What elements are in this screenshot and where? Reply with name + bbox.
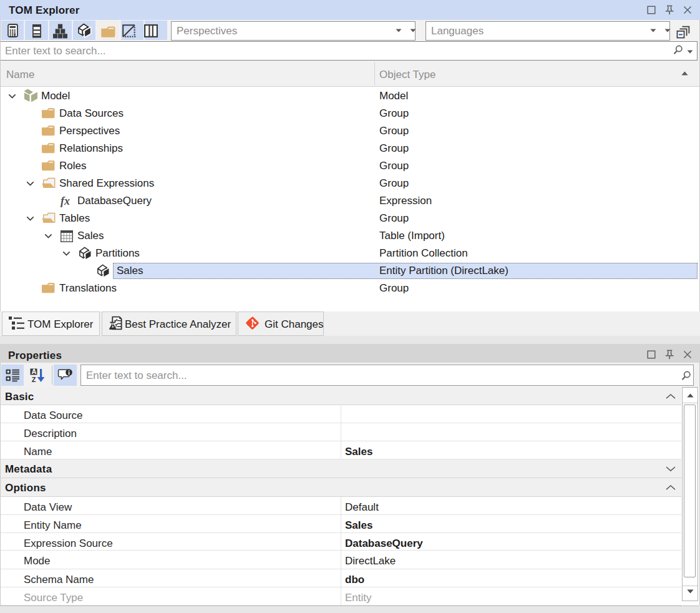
svg-text:A: A — [32, 368, 37, 375]
svg-text:Z: Z — [32, 376, 36, 383]
